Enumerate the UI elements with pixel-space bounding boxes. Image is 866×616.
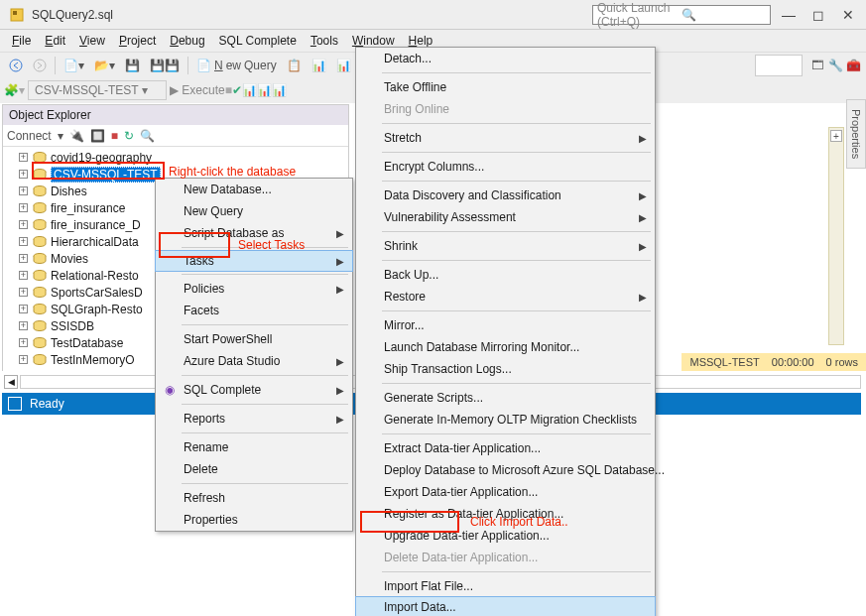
maximize-button[interactable]: ◻ (810, 7, 826, 23)
ctx-tasks[interactable]: Tasks▶ (155, 250, 353, 272)
task-take-offline[interactable]: Take Offline (356, 76, 655, 98)
quick-launch-input[interactable]: Quick Launch (Ctrl+Q) 🔍 (592, 5, 771, 25)
database-icon (33, 304, 47, 315)
task-register-dac[interactable]: Register as Data-tier Application... (356, 503, 655, 525)
task-gen-scripts[interactable]: Generate Scripts... (356, 387, 655, 409)
expand-icon[interactable]: + (19, 153, 28, 162)
ctx-script-database[interactable]: Script Database as▶ (156, 222, 352, 244)
menu-project[interactable]: Project (113, 32, 162, 50)
expand-icon[interactable]: + (19, 186, 28, 195)
task-data-discovery[interactable]: Data Discovery and Classification▶ (356, 185, 655, 206)
toolbox-icon[interactable]: 🧰 (844, 57, 862, 74)
change-conn-icon[interactable]: ▾ (19, 83, 25, 97)
expand-icon[interactable]: + (19, 220, 28, 229)
database-icon (33, 185, 47, 197)
new-query-button[interactable]: 📄 New Query (192, 58, 281, 73)
connect-icon[interactable]: 🧩 (4, 83, 19, 97)
task-vulnerability[interactable]: Vulnerability Assessment▶ (356, 206, 655, 228)
nav-fwd-button[interactable] (29, 58, 51, 73)
task-detach[interactable]: Detach... (356, 48, 655, 69)
db-engine-query-icon[interactable]: 📋 (283, 58, 306, 73)
expand-icon[interactable]: + (19, 305, 28, 313)
oe-refresh-icon[interactable]: ↻ (124, 129, 134, 143)
database-icon (33, 337, 47, 349)
ctx-new-database[interactable]: New Database... (156, 179, 352, 200)
task-restore[interactable]: Restore▶ (356, 286, 655, 308)
task-upgrade-dac[interactable]: Upgrade Data-tier Application... (356, 525, 655, 547)
plan2-icon[interactable]: 📊 (257, 83, 272, 97)
wrench-icon[interactable]: 🔧 (826, 57, 844, 74)
task-import-flat[interactable]: Import Flat File... (356, 575, 655, 597)
expand-icon[interactable]: + (19, 254, 28, 263)
task-import-data[interactable]: Import Data... (355, 596, 656, 616)
ctx-facets[interactable]: Facets (156, 300, 352, 321)
task-shrink[interactable]: Shrink▶ (356, 235, 655, 257)
menu-view[interactable]: View (73, 32, 111, 50)
menu-debug[interactable]: Debug (164, 32, 210, 50)
oe-disconnect-icon[interactable]: 🔲 (90, 129, 105, 143)
task-gen-oltp[interactable]: Generate In-Memory OLTP Migration Checkl… (356, 409, 655, 431)
task-encrypt[interactable]: Encrypt Columns... (356, 156, 655, 178)
ctx-rename[interactable]: Rename (156, 436, 352, 458)
task-export-dac[interactable]: Export Data-tier Application... (356, 481, 655, 503)
xmla-icon[interactable]: 📊 (332, 58, 355, 73)
expand-icon[interactable]: + (19, 170, 28, 179)
new-button[interactable]: 📄▾ (60, 58, 88, 73)
ctx-azure-data-studio[interactable]: Azure Data Studio▶ (156, 350, 352, 372)
oe-stop-icon[interactable]: ■ (111, 129, 118, 143)
tree-node[interactable]: +covid19-geography (3, 149, 348, 166)
ctx-delete[interactable]: Delete (156, 458, 352, 480)
ctx-start-powershell[interactable]: Start PowerShell (156, 328, 352, 350)
plan3-icon[interactable]: 📊 (272, 83, 287, 97)
chevron-right-icon: ▶ (639, 212, 647, 223)
task-stretch[interactable]: Stretch▶ (356, 127, 655, 149)
save-all-button[interactable]: 💾💾 (146, 58, 184, 73)
task-backup[interactable]: Back Up... (356, 264, 655, 286)
ctx-new-query[interactable]: New Query (156, 200, 352, 222)
ctx-reports[interactable]: Reports▶ (156, 408, 352, 430)
connect-label[interactable]: Connect (7, 129, 52, 143)
open-button[interactable]: 📂▾ (90, 58, 119, 73)
save-button[interactable]: 💾 (121, 58, 144, 73)
solution-combo[interactable] (755, 55, 803, 76)
nav-back-button[interactable] (5, 58, 27, 73)
oe-filter2-icon[interactable]: 🔍 (140, 129, 155, 143)
context-menu-database: New Database... New Query Script Databas… (155, 178, 353, 532)
add-tab-icon[interactable]: + (830, 130, 842, 142)
menu-file[interactable]: File (6, 32, 37, 50)
ctx-properties[interactable]: Properties (156, 509, 352, 531)
parse-icon[interactable]: ✔ (232, 83, 242, 97)
database-combo[interactable]: CSV-MSSQL-TEST ▾ (28, 80, 167, 100)
close-button[interactable]: ✕ (840, 7, 856, 23)
menu-edit[interactable]: Edit (39, 32, 71, 50)
menu-tools[interactable]: Tools (305, 32, 344, 50)
task-extract-dac[interactable]: Extract Data-tier Application... (356, 437, 655, 459)
chevron-right-icon: ▶ (336, 356, 344, 367)
plan-icon[interactable]: 📊 (242, 83, 257, 97)
expand-icon[interactable]: + (19, 237, 28, 246)
task-mirror[interactable]: Mirror... (356, 314, 655, 336)
cancel-exec-icon[interactable]: ■ (225, 83, 232, 97)
properties-tab[interactable]: Properties (846, 99, 866, 169)
oe-filter-icon[interactable]: 🔌 (69, 129, 84, 143)
task-launch-mirror[interactable]: Launch Database Mirroring Monitor... (356, 336, 655, 358)
properties-icon[interactable]: 🗔 (808, 57, 826, 74)
ctx-policies[interactable]: Policies▶ (156, 278, 352, 300)
expand-icon[interactable]: + (19, 321, 28, 330)
expand-icon[interactable]: + (19, 271, 28, 280)
expand-icon[interactable]: + (19, 338, 28, 347)
expand-icon[interactable]: + (19, 355, 28, 364)
as-icon[interactable]: 📊 (308, 58, 330, 73)
chevron-right-icon: ▶ (336, 385, 344, 396)
expand-icon[interactable]: + (19, 288, 28, 297)
task-deploy-azure[interactable]: Deploy Database to Microsoft Azure SQL D… (356, 459, 655, 481)
task-ship-tx[interactable]: Ship Transaction Logs... (356, 358, 655, 380)
ctx-sql-complete[interactable]: ◉SQL Complete▶ (156, 379, 352, 401)
menu-sqlcomplete[interactable]: SQL Complete (213, 32, 303, 50)
ctx-refresh[interactable]: Refresh (156, 487, 352, 509)
scroll-left-icon[interactable]: ◀ (4, 375, 18, 389)
execute-button[interactable]: ▶ Execute (170, 83, 225, 97)
well-tab[interactable]: + (828, 127, 844, 345)
expand-icon[interactable]: + (19, 203, 28, 212)
minimize-button[interactable]: — (781, 7, 797, 23)
